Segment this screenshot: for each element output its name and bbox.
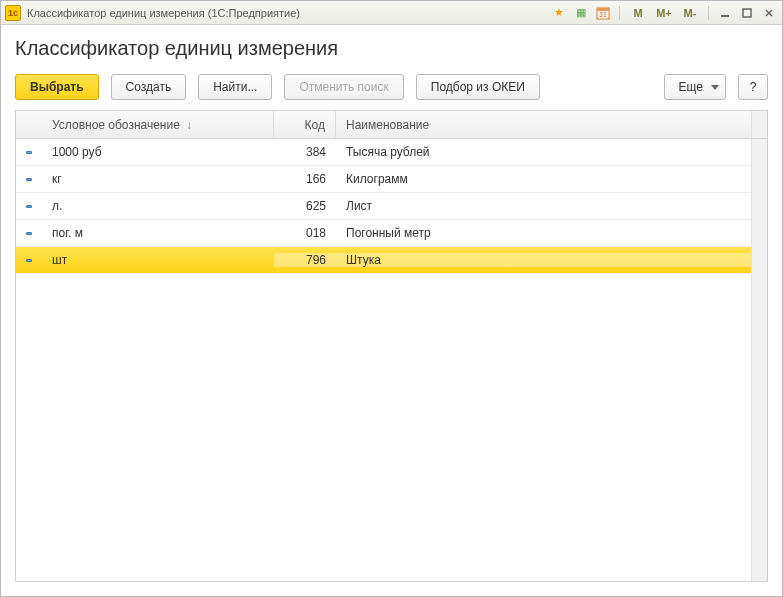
cell-name: Погонный метр	[336, 226, 751, 240]
table-row[interactable]: пог. м018Погонный метр	[16, 220, 751, 247]
cell-symbol: 1000 руб	[42, 145, 274, 159]
row-icon	[16, 151, 42, 154]
close-icon[interactable]	[760, 5, 778, 21]
svg-rect-3	[721, 15, 729, 17]
table-header: Условное обозначение Код Наименование	[16, 111, 767, 139]
col-header-code[interactable]: Код	[274, 111, 336, 138]
row-icon	[16, 178, 42, 181]
cell-name: Килограмм	[336, 172, 751, 186]
cell-code: 796	[274, 253, 336, 267]
app-icon: 1c	[5, 5, 21, 21]
maximize-icon[interactable]	[738, 5, 756, 21]
row-icon	[16, 205, 42, 208]
cell-name: Штука	[336, 253, 751, 267]
item-icon	[26, 151, 32, 154]
row-icon	[16, 259, 42, 262]
calendar-icon[interactable]: 31	[594, 5, 612, 21]
svg-rect-4	[743, 9, 751, 17]
find-button[interactable]: Найти...	[198, 74, 272, 100]
titlebar-actions: ★ ▦ 31 M M+ M-	[550, 5, 778, 21]
more-button[interactable]: Еще	[664, 74, 726, 100]
cell-code: 018	[274, 226, 336, 240]
item-icon	[26, 259, 32, 262]
cell-symbol: кг	[42, 172, 274, 186]
row-icon	[16, 232, 42, 235]
table-row[interactable]: шт796Штука	[16, 247, 751, 274]
svg-text:31: 31	[599, 11, 607, 18]
table-row[interactable]: кг166Килограмм	[16, 166, 751, 193]
item-icon	[26, 205, 32, 208]
toolbar: Выбрать Создать Найти... Отменить поиск …	[15, 74, 768, 100]
cell-code: 384	[274, 145, 336, 159]
cell-code: 166	[274, 172, 336, 186]
select-button[interactable]: Выбрать	[15, 74, 99, 100]
memory-m-plus-button[interactable]: M+	[653, 5, 675, 21]
cell-name: Лист	[336, 199, 751, 213]
table-row[interactable]: 1000 руб384Тысяча рублей	[16, 139, 751, 166]
memory-m-button[interactable]: M	[627, 5, 649, 21]
minimize-icon[interactable]	[716, 5, 734, 21]
cell-symbol: шт	[42, 253, 274, 267]
cell-code: 625	[274, 199, 336, 213]
content-area: Классификатор единиц измерения Выбрать С…	[1, 25, 782, 596]
pick-from-okei-button[interactable]: Подбор из ОКЕИ	[416, 74, 540, 100]
col-header-name[interactable]: Наименование	[336, 111, 751, 138]
col-header-symbol[interactable]: Условное обозначение	[42, 111, 274, 138]
table-body: 1000 руб384Тысяча рублейкг166Килограммл.…	[16, 139, 751, 581]
cell-symbol: л.	[42, 199, 274, 213]
favorite-icon[interactable]: ★	[550, 5, 568, 21]
spreadsheet-icon[interactable]: ▦	[572, 5, 590, 21]
item-icon	[26, 232, 32, 235]
page-title: Классификатор единиц измерения	[15, 37, 768, 60]
cell-symbol: пог. м	[42, 226, 274, 240]
item-icon	[26, 178, 32, 181]
help-button[interactable]: ?	[738, 74, 768, 100]
app-window: 1c Классификатор единиц измерения (1С:Пр…	[0, 0, 783, 597]
col-header-icon[interactable]	[16, 111, 42, 138]
cancel-search-button: Отменить поиск	[284, 74, 403, 100]
table-row[interactable]: л.625Лист	[16, 193, 751, 220]
scroll-gutter-head	[751, 111, 767, 138]
cell-name: Тысяча рублей	[336, 145, 751, 159]
units-table: Условное обозначение Код Наименование 10…	[15, 110, 768, 582]
titlebar: 1c Классификатор единиц измерения (1С:Пр…	[1, 1, 782, 25]
memory-m-minus-button[interactable]: M-	[679, 5, 701, 21]
window-title: Классификатор единиц измерения (1С:Предп…	[27, 7, 300, 19]
create-button[interactable]: Создать	[111, 74, 187, 100]
vertical-scrollbar[interactable]	[751, 139, 767, 581]
